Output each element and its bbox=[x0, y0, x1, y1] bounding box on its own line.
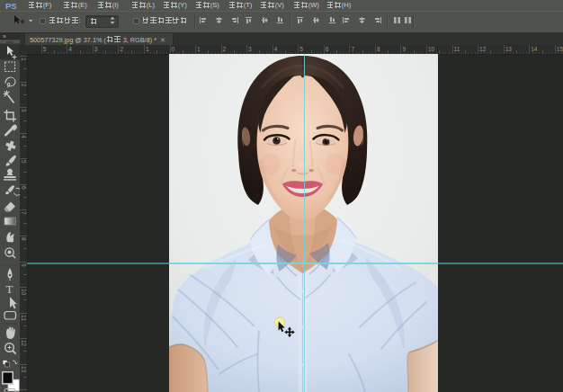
svg-text:»: » bbox=[3, 33, 6, 40]
svg-text:T: T bbox=[6, 282, 13, 296]
